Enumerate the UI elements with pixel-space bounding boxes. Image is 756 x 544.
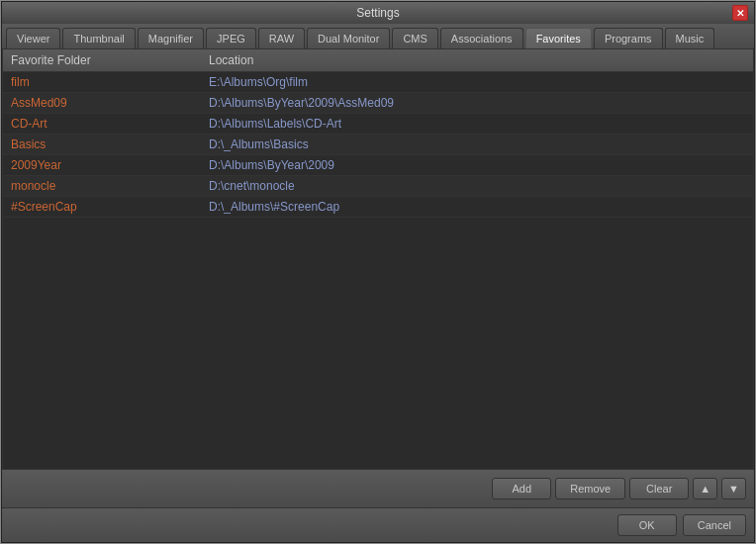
settings-window: Settings ✕ Viewer Thumbnail Magnifier JP…	[1, 1, 755, 543]
close-button[interactable]: ✕	[732, 5, 748, 21]
row-location: E:\Albums\Org\film	[209, 75, 308, 89]
tab-programs[interactable]: Programs	[594, 28, 663, 48]
row-location: D:\_Albums\Basics	[209, 137, 309, 151]
window-title: Settings	[24, 6, 732, 20]
title-bar: Settings ✕	[2, 2, 754, 24]
content-area: Favorite Folder Location film E:\Albums\…	[2, 49, 754, 469]
row-name: AssMed09	[11, 96, 209, 110]
table-row[interactable]: Basics D:\_Albums\Basics	[3, 135, 753, 155]
table-row[interactable]: AssMed09 D:\Albums\ByYear\2009\AssMed09	[3, 93, 753, 114]
footer-bar: OK Cancel	[2, 507, 754, 542]
tab-thumbnail[interactable]: Thumbnail	[62, 28, 135, 48]
table-body: film E:\Albums\Org\film AssMed09 D:\Albu…	[3, 72, 753, 469]
row-name: CD-Art	[11, 117, 209, 131]
tab-associations[interactable]: Associations	[440, 28, 523, 48]
row-location: D:\Albums\Labels\CD-Art	[209, 117, 341, 131]
up-button[interactable]: ▲	[693, 478, 717, 499]
tab-favorites[interactable]: Favorites	[525, 28, 592, 48]
row-name: #ScreenCap	[11, 200, 209, 214]
column-header-name: Favorite Folder	[11, 53, 209, 67]
ok-button[interactable]: OK	[617, 514, 677, 536]
table-row[interactable]: film E:\Albums\Org\film	[3, 72, 753, 93]
tab-music[interactable]: Music	[665, 28, 715, 48]
table-row[interactable]: CD-Art D:\Albums\Labels\CD-Art	[3, 114, 753, 135]
table-header: Favorite Folder Location	[3, 49, 753, 72]
action-bar: Add Remove Clear ▲ ▼	[2, 469, 754, 507]
row-name: 2009Year	[11, 158, 209, 172]
tab-dual-monitor[interactable]: Dual Monitor	[307, 28, 390, 48]
tab-magnifier[interactable]: Magnifier	[138, 28, 204, 48]
row-location: D:\Albums\ByYear\2009\AssMed09	[209, 96, 394, 110]
row-location: D:\cnet\monocle	[209, 179, 295, 193]
row-name: monocle	[11, 179, 209, 193]
clear-button[interactable]: Clear	[629, 478, 689, 499]
tab-bar: Viewer Thumbnail Magnifier JPEG RAW Dual…	[2, 24, 754, 49]
remove-button[interactable]: Remove	[555, 478, 625, 499]
row-name: film	[11, 75, 209, 89]
column-header-location: Location	[209, 53, 253, 67]
row-location: D:\_Albums\#ScreenCap	[209, 200, 339, 214]
tab-raw[interactable]: RAW	[258, 28, 305, 48]
down-button[interactable]: ▼	[721, 478, 746, 499]
table-row[interactable]: monocle D:\cnet\monocle	[3, 176, 753, 197]
add-button[interactable]: Add	[492, 478, 551, 499]
tab-cms[interactable]: CMS	[392, 28, 437, 48]
tab-viewer[interactable]: Viewer	[6, 28, 60, 48]
table-row[interactable]: #ScreenCap D:\_Albums\#ScreenCap	[3, 197, 753, 218]
table-row[interactable]: 2009Year D:\Albums\ByYear\2009	[3, 155, 753, 176]
tab-jpeg[interactable]: JPEG	[206, 28, 256, 48]
row-name: Basics	[11, 137, 209, 151]
cancel-button[interactable]: Cancel	[683, 514, 746, 536]
row-location: D:\Albums\ByYear\2009	[209, 158, 334, 172]
